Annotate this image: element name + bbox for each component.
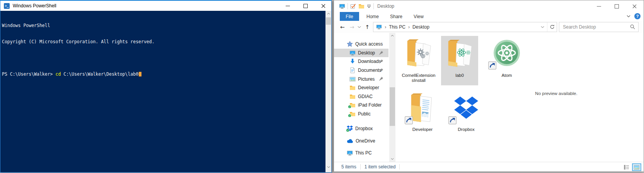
help-icon[interactable]: ? xyxy=(634,13,641,19)
pin-icon xyxy=(379,76,383,81)
terminal-scrollbar[interactable] xyxy=(325,11,331,172)
close-icon xyxy=(632,4,637,8)
scroll-down-icon[interactable] xyxy=(389,156,395,162)
details-view-button[interactable] xyxy=(622,164,631,171)
sidebar-item-developer[interactable]: Developer xyxy=(334,83,388,92)
sync-check-icon xyxy=(348,114,351,117)
scroll-up-icon[interactable] xyxy=(389,33,395,39)
powershell-window-title: Windows PowerShell xyxy=(13,3,56,8)
desktop: >_ Windows PowerShell Windows PowerShell… xyxy=(0,0,644,173)
file-atom-shortcut[interactable]: Atom xyxy=(487,35,527,78)
customize-toolbar-dropdown-icon[interactable] xyxy=(367,4,371,8)
tab-home[interactable]: Home xyxy=(363,12,382,21)
breadcrumb-separator: › xyxy=(405,24,412,30)
terminal-cursor xyxy=(139,72,141,76)
file-cornellextensionsinstall[interactable]: CornellExtensionsInstall xyxy=(399,35,439,83)
folder-synced-icon xyxy=(334,102,356,108)
search-box[interactable] xyxy=(559,22,639,32)
file-label: Atom xyxy=(487,73,527,78)
search-input[interactable] xyxy=(559,24,630,30)
minimize-icon xyxy=(597,6,601,7)
sidebar-item-gdiac[interactable]: GDIAC xyxy=(334,92,388,101)
address-bar[interactable]: › This PC › Desktop xyxy=(373,22,557,32)
folder-icon xyxy=(349,93,356,100)
tab-share[interactable]: Share xyxy=(387,12,405,21)
expand-ribbon-icon[interactable] xyxy=(627,15,630,17)
recent-locations-dropdown-icon[interactable] xyxy=(358,26,361,28)
close-button[interactable] xyxy=(314,1,332,11)
folder-atom-icon xyxy=(444,38,475,69)
sync-check-icon xyxy=(346,129,349,132)
shortcut-arrow-icon xyxy=(448,116,457,124)
atom-app-icon xyxy=(493,39,521,67)
file-developer-shortcut[interactable]: Developer xyxy=(402,91,443,132)
terminal-prompt-line: PS C:\Users\Walker> cd C:\Users\Walker\D… xyxy=(2,71,331,77)
folder-synced-icon xyxy=(334,111,356,117)
explorer-titlebar[interactable]: Desktop xyxy=(334,0,644,12)
sidebar-item-documents[interactable]: Documents xyxy=(334,66,388,75)
refresh-icon xyxy=(550,24,555,29)
maximize-button[interactable] xyxy=(608,0,625,12)
preview-pane-message: No preview available. xyxy=(504,91,608,96)
shortcut-arrow-icon xyxy=(488,61,496,70)
terminal-output-line: Windows PowerShell xyxy=(2,23,331,28)
terminal-command-arg: C:\Users\Walker\Desktop\lab0 xyxy=(61,71,138,77)
this-pc-icon xyxy=(339,3,345,9)
pin-icon xyxy=(379,59,383,64)
maximize-icon xyxy=(615,4,619,8)
scroll-down-icon[interactable] xyxy=(325,164,331,170)
powershell-window: >_ Windows PowerShell Windows PowerShell… xyxy=(0,0,332,173)
scrollbar-thumb[interactable] xyxy=(390,87,395,126)
address-dropdown-button[interactable] xyxy=(538,22,547,32)
picture-icon xyxy=(349,76,356,82)
file-lab0-selected[interactable]: lab0 xyxy=(441,36,478,85)
breadcrumb-desktop[interactable]: Desktop xyxy=(412,24,429,30)
terminal-blank-line xyxy=(2,55,331,61)
quick-access-toolbar xyxy=(339,3,374,9)
monitor-icon xyxy=(347,150,353,156)
explorer-body: Quick access Desktop Downloads Documents xyxy=(334,33,644,162)
minimize-button[interactable] xyxy=(279,1,296,11)
powershell-icon: >_ xyxy=(4,3,10,9)
forward-button[interactable]: → xyxy=(350,24,354,30)
refresh-button[interactable] xyxy=(547,22,557,32)
large-icons-view-button[interactable] xyxy=(632,163,641,171)
file-dropbox-shortcut[interactable]: Dropbox xyxy=(446,91,486,132)
new-folder-icon[interactable] xyxy=(358,3,365,9)
dropbox-icon xyxy=(347,126,353,131)
document-icon xyxy=(349,67,356,73)
up-button[interactable]: ↑ xyxy=(365,24,370,30)
sidebar-item-ipad-folder[interactable]: iPad Folder xyxy=(334,101,388,110)
tab-file[interactable]: File xyxy=(340,12,359,21)
sidebar-item-onedrive[interactable]: OneDrive xyxy=(334,137,388,146)
sidebar-item-quick-access[interactable]: Quick access xyxy=(334,40,388,49)
sidebar-item-dropbox[interactable]: Dropbox xyxy=(334,124,388,133)
sidebar-item-this-pc[interactable]: This PC xyxy=(334,149,388,158)
maximize-button[interactable] xyxy=(296,1,314,11)
file-label: lab0 xyxy=(441,73,478,78)
sidebar-item-desktop[interactable]: Desktop xyxy=(334,49,388,58)
scroll-up-icon[interactable] xyxy=(325,11,331,17)
navigation-pane: Quick access Desktop Downloads Documents xyxy=(334,33,388,162)
sidebar-item-downloads[interactable]: Downloads xyxy=(334,57,388,66)
close-button[interactable] xyxy=(625,0,643,12)
close-icon xyxy=(321,4,325,8)
search-icon[interactable] xyxy=(630,24,635,29)
properties-check-icon[interactable] xyxy=(350,3,356,9)
explorer-window: Desktop File Home Share View ? ← → ↑ › T… xyxy=(334,0,644,171)
folder-icon xyxy=(349,85,356,91)
separator xyxy=(373,3,374,9)
navigation-scrollbar[interactable] xyxy=(389,33,395,162)
scrollbar-thumb[interactable] xyxy=(326,17,331,25)
status-bar: 5 items 1 item selected xyxy=(334,162,644,171)
sidebar-item-public[interactable]: Public xyxy=(334,110,388,119)
breadcrumb-this-pc[interactable]: This PC xyxy=(389,24,405,30)
sidebar-item-pictures[interactable]: Pictures xyxy=(334,75,388,83)
powershell-titlebar[interactable]: >_ Windows PowerShell xyxy=(0,1,331,11)
minimize-button[interactable] xyxy=(590,0,608,12)
powershell-terminal[interactable]: Windows PowerShell Copyright (C) Microso… xyxy=(0,11,331,172)
separator xyxy=(348,3,348,9)
tab-view[interactable]: View xyxy=(410,12,427,21)
sync-check-icon xyxy=(348,105,351,109)
back-button[interactable]: ← xyxy=(340,24,345,30)
